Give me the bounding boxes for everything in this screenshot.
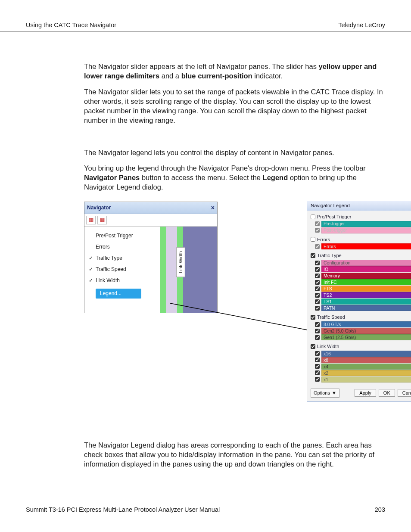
para-3: The Navigator legend lets you control th… [84,148,385,157]
legend-titlebar: Navigator Legend ✕ [307,201,411,211]
navigator-titlebar: Navigator × [84,202,217,214]
item-checkbox[interactable] [315,358,320,362]
group-label: Errors [317,236,330,243]
color-swatch: Configuration [321,260,411,266]
legend-row: Errors [315,243,411,249]
color-swatch: Gen2 (5.0 Gb/s) [321,328,411,334]
item-checkbox[interactable] [315,244,320,249]
color-swatch: x4 [321,364,411,370]
legend-row: IO [315,266,411,272]
legend-group-head[interactable]: Link Width [311,343,411,350]
lane-3: Link Width [177,227,183,313]
color-swatch: PATN [321,305,411,311]
group-label: Pre/Post Trigger [317,214,351,220]
navigator-menu: Pre/Post Trigger Errors ✓ Traffic Type ✓… [84,227,160,313]
group-checkbox[interactable] [311,315,315,320]
group-checkbox[interactable] [311,344,315,349]
legend-group-head[interactable]: Traffic Speed [311,314,411,321]
menu-item-pre-post-trigger[interactable]: Pre/Post Trigger [84,230,160,241]
legend-body: Pre/Post TriggerPre-triggerPost-trigger▲… [307,211,411,386]
link-width-label: Link Width [176,247,185,277]
menu-item-legend[interactable]: Legend... [96,289,141,298]
lane-4 [183,227,217,313]
legend-group: Traffic Speed8.0 GT/sGen2 (5.0 Gb/s)Gen1… [311,314,411,340]
menu-item-traffic-type[interactable]: ✓ Traffic Type [84,252,160,264]
legend-row: TS1 [315,299,411,305]
group-checkbox[interactable] [311,253,315,258]
page-header: Using the CATC Trace Navigator Teledyne … [0,0,411,31]
close-icon[interactable]: × [211,204,215,212]
options-button[interactable]: Options ▼ [311,389,339,398]
legend-row: Init FC [315,279,411,285]
cancel-button[interactable]: Cancel [398,389,411,397]
apply-button[interactable]: Apply [355,389,376,397]
chevron-down-icon: ▼ [332,390,336,396]
toolbar-icon-1[interactable]: ▥ [86,216,96,224]
item-checkbox[interactable] [315,370,320,375]
menu-item-errors[interactable]: Errors [84,241,160,252]
check-icon: ✓ [89,277,93,284]
item-checkbox[interactable] [315,306,320,311]
item-checkbox[interactable] [315,335,320,340]
toolbar-icon-2[interactable]: ▦ [97,216,107,224]
item-checkbox[interactable] [315,261,320,265]
legend-row: 8.0 GT/s [315,321,411,327]
body-text: The Navigator slider appears at the left… [0,62,411,469]
legend-group-head[interactable]: Pre/Post Trigger [311,213,411,221]
legend-group-head[interactable]: Traffic Type [311,252,411,259]
color-swatch: Gen1 (2.5 Gb/s) [321,334,411,340]
ok-button[interactable]: OK [379,389,395,397]
navigator-legend-dialog: Navigator Legend ✕ Pre/Post TriggerPre-t… [307,201,411,401]
item-checkbox[interactable] [315,221,320,226]
item-checkbox[interactable] [315,299,320,304]
item-checkbox[interactable] [315,274,320,278]
color-swatch: FTS [321,286,411,292]
color-swatch: TS1 [321,299,411,305]
navigator-lanes: Link Width [160,227,217,313]
navigator-title: Navigator [87,204,111,211]
group-checkbox[interactable] [311,215,315,219]
menu-item-traffic-speed[interactable]: ✓ Traffic Speed [84,264,160,275]
navigator-body: Pre/Post Trigger Errors ✓ Traffic Type ✓… [84,227,217,313]
item-checkbox[interactable] [315,329,320,333]
group-label: Traffic Type [317,252,342,259]
page-footer: Summit T3-16 PCI Express Multi-Lane Prot… [26,506,385,513]
check-icon: ✓ [89,255,93,261]
item-checkbox[interactable] [315,322,320,327]
color-swatch: x2 [321,370,411,376]
para-1: The Navigator slider appears at the left… [84,62,385,81]
menu-item-link-width[interactable]: ✓ Link Width [84,275,160,286]
item-checkbox[interactable] [315,377,320,382]
color-swatch: TS2 [321,292,411,298]
item-checkbox[interactable] [315,286,320,291]
navigator-panel: Navigator × ▥ ▦ Pre/Post Trigger Errors [84,202,218,313]
legend-group-head[interactable]: Errors [311,236,411,243]
item-checkbox[interactable] [315,228,320,233]
legend-row: x1 [315,376,411,383]
legend-row: Configuration [315,260,411,266]
legend-row: Memory [315,273,411,279]
lane-2 [166,227,177,313]
navigator-toolbar: ▥ ▦ [84,214,217,227]
color-swatch: Init FC [321,279,411,285]
item-checkbox[interactable] [315,267,320,272]
group-label: Link Width [317,343,339,350]
legend-group: ErrorsErrors▲▼ [311,236,411,250]
item-checkbox[interactable] [315,280,320,285]
figure-area: Navigator × ▥ ▦ Pre/Post Trigger Errors [84,202,385,426]
color-swatch: x16 [321,351,411,357]
footer-page-num: 203 [375,506,385,513]
item-checkbox[interactable] [315,364,320,369]
legend-footer: Options ▼ Apply OK Cancel [307,386,411,401]
color-swatch: x8 [321,357,411,363]
legend-row: FTS [315,286,411,292]
item-checkbox[interactable] [315,351,320,356]
group-checkbox[interactable] [311,237,315,242]
para-4: You bring up the legend through the Navi… [84,163,385,192]
color-swatch: IO [321,266,411,272]
legend-row: Gen1 (2.5 Gb/s) [315,334,411,340]
footer-left: Summit T3-16 PCI Express Multi-Lane Prot… [26,506,220,513]
legend-row: Gen2 (5.0 Gb/s) [315,328,411,334]
item-checkbox[interactable] [315,293,320,298]
para-2: The Navigator slider lets you to set the… [84,87,385,125]
